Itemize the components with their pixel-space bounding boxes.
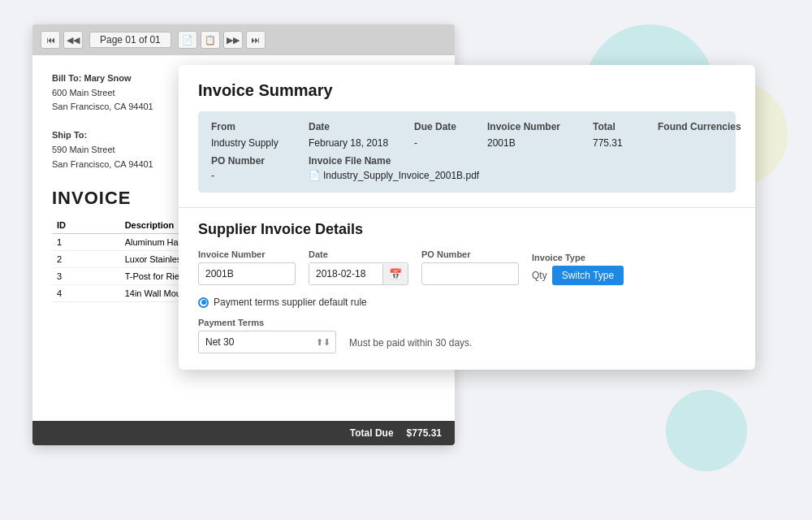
ship-to-label: Ship To:: [52, 130, 87, 140]
po-number-group: PO Number: [421, 249, 519, 285]
calendar-icon[interactable]: 📅: [382, 264, 408, 284]
sum-hdr-po-number: PO Number: [211, 155, 309, 167]
summary-row2-headers: PO Number Invoice File Name: [211, 155, 723, 167]
date-label: Date: [309, 249, 408, 259]
summary-headers: From Date Due Date Invoice Number Total …: [211, 121, 723, 132]
total-due-label: Total Due: [350, 427, 394, 439]
invoice-panel: Invoice Summary From Date Due Date Invoi…: [179, 65, 755, 370]
summary-table: From Date Due Date Invoice Number Total …: [198, 111, 736, 193]
details-section: Supplier Invoice Details Invoice Number …: [179, 208, 755, 370]
sum-hdr-date: Date: [309, 121, 414, 132]
deco-circle-teal-bottom: [666, 390, 747, 471]
payment-radio: Payment terms supplier default rule: [198, 297, 736, 308]
sum-hdr-from: From: [211, 121, 309, 132]
pdf-row-id: 4: [52, 285, 120, 302]
pdf-col-id: ID: [52, 217, 120, 234]
payment-terms-select-wrapper: Net 30Net 60Net 90Due on Receipt ⬆⬇: [198, 331, 336, 353]
bill-to-label: Bill To: Mary Snow: [52, 73, 132, 83]
pdf-doc-icon2[interactable]: 📋: [201, 31, 220, 49]
invoice-number-label: Invoice Number: [198, 249, 296, 259]
pdf-next-btn[interactable]: ▶▶: [223, 31, 243, 49]
sum-val-file-name: 📄Industry_Supply_Invoice_2001B.pdf: [309, 170, 503, 181]
sum-hdr-due-date: Due Date: [414, 121, 487, 132]
details-title: Supplier Invoice Details: [198, 221, 736, 238]
sum-val-found-currencies: [658, 137, 755, 149]
invoice-type-row: Invoice Type: [532, 253, 624, 262]
sum-hdr-file-name: Invoice File Name: [309, 155, 471, 167]
summary-title: Invoice Summary: [198, 81, 736, 100]
invoice-type-label: Invoice Type: [532, 253, 585, 262]
payment-terms-group: Payment Terms Net 30Net 60Net 90Due on R…: [198, 318, 336, 353]
date-input-wrapper: 📅: [309, 262, 408, 285]
qty-label: Qty: [532, 270, 547, 281]
po-number-input[interactable]: [421, 262, 519, 285]
file-icon: 📄: [309, 170, 321, 181]
payment-radio-label: Payment terms supplier default rule: [214, 297, 367, 308]
total-due-value: $775.31: [407, 427, 442, 439]
switch-type-button[interactable]: Switch Type: [552, 266, 624, 285]
payment-note: Must be paid within 30 days.: [349, 337, 472, 353]
sum-hdr-found-currencies: Found Currencies: [658, 121, 755, 132]
payment-terms-row: Payment Terms Net 30Net 60Net 90Due on R…: [198, 318, 736, 353]
pdf-row-id: 1: [52, 234, 120, 251]
summary-row1: Industry Supply February 18, 2018 - 2001…: [211, 137, 723, 149]
pdf-prev-btn[interactable]: ◀◀: [63, 31, 83, 49]
pdf-row-id: 2: [52, 251, 120, 268]
payment-terms-label: Payment Terms: [198, 318, 336, 327]
pdf-toolbar: ⏮ ◀◀ Page 01 of 01 📄 📋 ▶▶ ⏭: [32, 24, 455, 55]
select-arrow-icon: ⬆⬇: [311, 337, 335, 348]
pdf-first-btn[interactable]: ⏮: [41, 31, 60, 49]
radio-button[interactable]: [198, 297, 209, 308]
pdf-last-btn[interactable]: ⏭: [246, 31, 266, 49]
sum-val-total: 775.31: [593, 137, 658, 149]
details-form-row: Invoice Number Date 📅 PO Number: [198, 249, 736, 285]
invoice-number-input[interactable]: [198, 262, 296, 285]
sum-hdr-invoice-number: Invoice Number: [487, 121, 593, 132]
pdf-doc-icon1[interactable]: 📄: [178, 31, 197, 49]
sum-hdr-total: Total: [593, 121, 658, 132]
pdf-total-bar: Total Due $775.31: [32, 421, 455, 445]
date-input[interactable]: [309, 263, 382, 284]
sum-val-due-date: -: [414, 137, 487, 149]
sum-val-invoice-number: 2001B: [487, 137, 593, 149]
date-group: Date 📅: [309, 249, 408, 285]
invoice-type-controls: Qty Switch Type: [532, 266, 624, 285]
payment-terms-select[interactable]: Net 30Net 60Net 90Due on Receipt: [199, 332, 311, 353]
invoice-type-group: Invoice Type Qty Switch Type: [532, 253, 624, 285]
sum-val-from: Industry Supply: [211, 137, 309, 149]
pdf-page-label: Page 01 of 01: [89, 32, 171, 48]
pdf-row-id: 3: [52, 268, 120, 285]
po-number-label: PO Number: [421, 249, 519, 259]
summary-row2-vals: - 📄Industry_Supply_Invoice_2001B.pdf: [211, 170, 723, 181]
invoice-number-group: Invoice Number: [198, 249, 296, 285]
sum-val-date: February 18, 2018: [309, 137, 414, 149]
sum-val-po-number: -: [211, 170, 309, 181]
summary-section: Invoice Summary From Date Due Date Invoi…: [179, 65, 755, 207]
payment-section: Payment terms supplier default rule Paym…: [198, 297, 736, 353]
